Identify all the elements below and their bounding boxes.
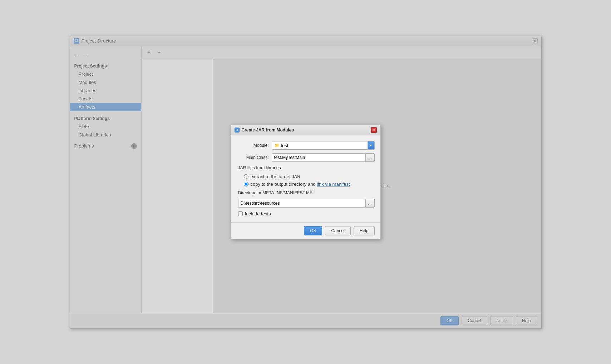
radio-extract-label: extract to the target JAR	[251, 174, 301, 179]
radio-copy[interactable]	[244, 182, 248, 186]
main-class-input-group: …	[272, 153, 375, 162]
dialog-footer: OK Cancel Help	[231, 222, 380, 239]
directory-browse-button[interactable]: …	[365, 199, 375, 208]
radio-copy-row: copy to the output directory and link vi…	[244, 181, 375, 187]
directory-row: …	[237, 199, 375, 208]
folder-icon: 📁	[274, 143, 280, 148]
include-tests-row: Include tests	[237, 211, 375, 216]
dialog-close-button[interactable]: ✕	[371, 127, 377, 133]
module-dropdown-button[interactable]: ▼	[368, 141, 375, 150]
module-label: Module:	[237, 143, 269, 148]
main-class-row: Main Class: …	[237, 153, 375, 162]
dialog-title-bar: IJ Create JAR from Modules ✕	[231, 125, 380, 135]
include-tests-label: Include tests	[245, 211, 271, 216]
radio-extract[interactable]	[244, 174, 248, 179]
dialog-body: Module: 📁 test ▼ Main Class: …	[231, 135, 380, 222]
module-select-wrapper: 📁 test ▼	[272, 141, 375, 150]
dialog-ok-button[interactable]: OK	[304, 226, 322, 235]
dialog-title-left: IJ Create JAR from Modules	[235, 128, 294, 133]
directory-input-group: …	[238, 199, 375, 208]
main-class-label: Main Class:	[237, 155, 269, 160]
link-via-manifest[interactable]: link via manifest	[317, 181, 350, 187]
create-jar-dialog: IJ Create JAR from Modules ✕ Module: 📁 t…	[231, 125, 381, 239]
jar-files-section-label: JAR files from libraries	[237, 165, 375, 170]
module-value: test	[281, 143, 289, 148]
directory-input[interactable]	[238, 199, 365, 208]
radio-copy-label: copy to the output directory and link vi…	[251, 181, 350, 187]
dialog-app-icon: IJ	[235, 128, 240, 133]
radio-extract-row: extract to the target JAR	[244, 174, 375, 179]
dialog-help-button[interactable]: Help	[354, 226, 375, 235]
main-window: IJ Project Structure ✕ ← → Project Setti…	[70, 36, 542, 329]
module-row: Module: 📁 test ▼	[237, 141, 375, 150]
dialog-title: Create JAR from Modules	[242, 128, 294, 133]
module-select[interactable]: 📁 test	[272, 141, 368, 150]
directory-label: Directory for META-INF/MANIFEST.MF:	[237, 190, 375, 195]
include-tests-checkbox[interactable]	[238, 211, 243, 216]
overlay: IJ Create JAR from Modules ✕ Module: 📁 t…	[70, 36, 541, 328]
main-class-browse-button[interactable]: …	[365, 153, 375, 162]
dialog-cancel-button[interactable]: Cancel	[325, 226, 350, 235]
radio-group: extract to the target JAR copy to the ou…	[237, 174, 375, 187]
main-class-input[interactable]	[272, 153, 365, 162]
